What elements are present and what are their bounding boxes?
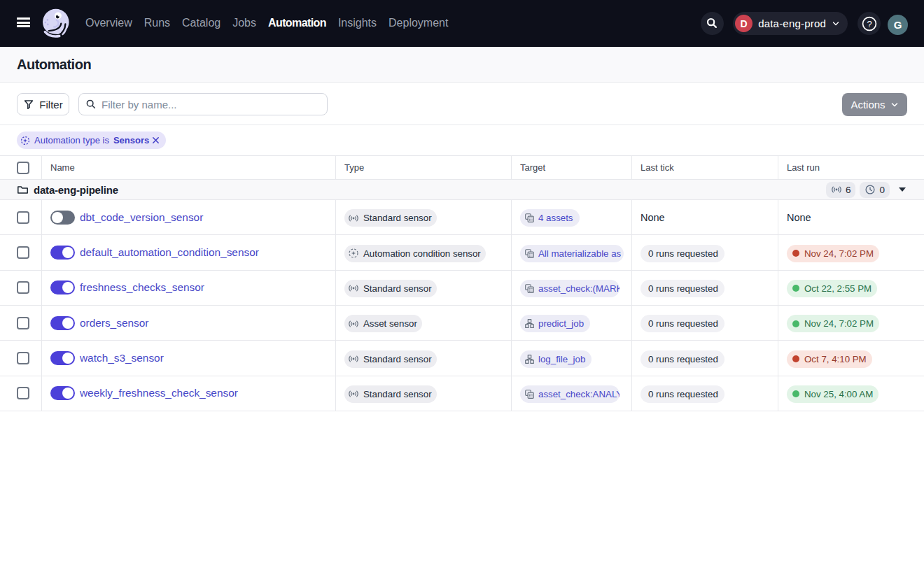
- svg-text:?: ?: [867, 18, 872, 29]
